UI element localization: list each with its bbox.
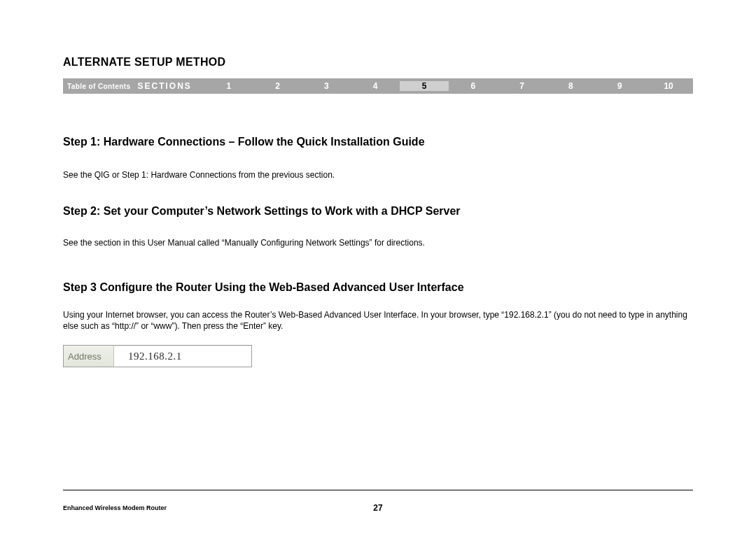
- footer-rule: [63, 490, 693, 490]
- section-navbar: Table of Contents SECTIONS 12345678910: [63, 78, 693, 94]
- step2-heading: Step 2: Set your Computer’s Network Sett…: [63, 205, 693, 218]
- step2-text: See the section in this User Manual call…: [63, 237, 693, 249]
- content-area: Step 1: Hardware Connections – Follow th…: [63, 94, 693, 367]
- step3-heading: Step 3 Configure the Router Using the We…: [63, 281, 693, 294]
- manual-page: ALTERNATE SETUP METHOD Table of Contents…: [0, 0, 756, 545]
- section-link-8[interactable]: 8: [547, 81, 596, 91]
- section-link-10[interactable]: 10: [644, 81, 693, 91]
- section-link-4[interactable]: 4: [351, 81, 400, 91]
- address-label: Address: [64, 346, 114, 367]
- toc-link[interactable]: Table of Contents: [63, 83, 138, 90]
- page-title: ALTERNATE SETUP METHOD: [63, 56, 693, 69]
- step1-heading: Step 1: Hardware Connections – Follow th…: [63, 136, 693, 148]
- section-link-3[interactable]: 3: [302, 81, 351, 91]
- section-link-5[interactable]: 5: [400, 81, 449, 91]
- section-link-6[interactable]: 6: [449, 81, 498, 91]
- browser-address-bar: Address 192.168.2.1: [63, 345, 252, 367]
- address-input[interactable]: 192.168.2.1: [114, 346, 251, 367]
- footer-page-number: 27: [63, 503, 693, 513]
- page-footer: Enhanced Wireless Modem Router 27: [63, 490, 693, 511]
- section-link-1[interactable]: 1: [204, 81, 253, 91]
- section-link-2[interactable]: 2: [253, 81, 302, 91]
- sections-label: SECTIONS: [138, 81, 204, 91]
- section-link-7[interactable]: 7: [498, 81, 547, 91]
- step3-text: Using your Internet browser, you can acc…: [63, 309, 693, 333]
- step1-text: See the QIG or Step 1: Hardware Connecti…: [63, 169, 693, 181]
- section-link-9[interactable]: 9: [595, 81, 644, 91]
- section-numbers: 12345678910: [204, 81, 693, 91]
